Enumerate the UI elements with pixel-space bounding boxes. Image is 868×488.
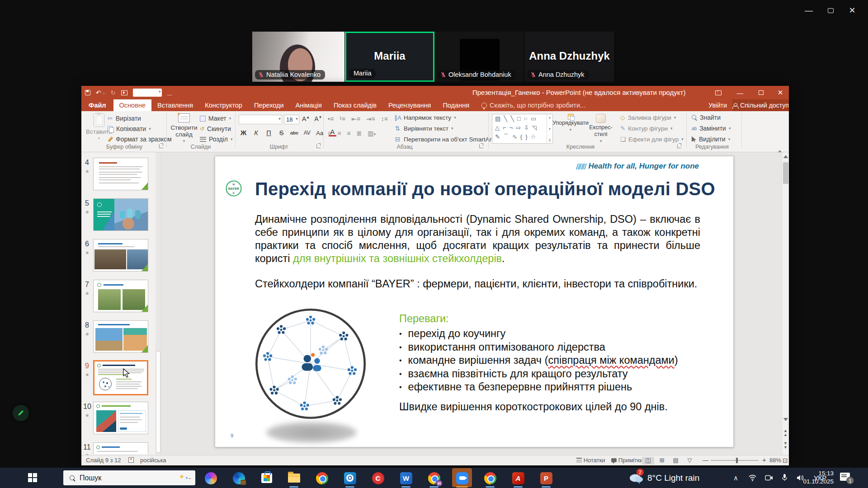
tab-review[interactable]: Рецензування (382, 99, 437, 111)
strikethrough-button[interactable]: S (278, 129, 285, 136)
copy-button[interactable]: Копіювати▾ (108, 125, 151, 132)
quick-styles-button[interactable]: Експрес-стилі ▾ (587, 114, 615, 145)
taskbar-app-word[interactable]: W (396, 469, 416, 488)
qat-combobox[interactable] (133, 89, 162, 97)
layout-button[interactable]: Макет▾ (200, 115, 231, 122)
shape-outline-button[interactable]: ✎Контур фігури▾ (620, 125, 673, 132)
shapes-gallery[interactable]: ▤╲╲□○▭ △⌐¬⇨⇩◹ ✎⌒∿{}☆ ▴▾⊻ (492, 114, 553, 144)
notes-toggle[interactable]: Нотатки (576, 457, 605, 464)
new-slide-button[interactable]: Створити слайд ▾ (170, 113, 198, 145)
clear-formatting-button[interactable]: abc (290, 130, 298, 136)
scroll-up-arrow[interactable] (783, 155, 788, 158)
find-button[interactable]: Знайти (692, 114, 721, 121)
spellcheck-indicator[interactable] (128, 457, 134, 464)
align-left-button[interactable]: ≡ (328, 130, 331, 137)
slide-paragraph-2[interactable]: Стейкхолдери компанії “BAYER” : фермери,… (255, 277, 700, 291)
line-spacing-button[interactable]: ↕≡ (381, 115, 388, 122)
taskbar-app-outlook[interactable]: O (340, 469, 360, 488)
tab-transitions[interactable]: Переходи (248, 99, 290, 111)
slideshow-view-button[interactable]: ▽ (684, 457, 696, 465)
cut-button[interactable]: ✂Вирізати (108, 115, 141, 122)
grow-font-button[interactable]: А▲ (302, 115, 310, 122)
slide-thumbnail-10[interactable] (93, 402, 148, 434)
font-size-combobox[interactable]: 18 (284, 115, 299, 124)
dso-network-diagram[interactable] (252, 305, 369, 422)
format-painter-button[interactable]: Формат за зразком (108, 136, 172, 143)
tab-file[interactable]: Файл (81, 99, 113, 111)
bullets-button[interactable]: •≡ (328, 115, 334, 122)
sign-in-button[interactable]: Увійти (708, 99, 727, 111)
taskbar-app-zoom[interactable] (452, 469, 472, 488)
tab-insert[interactable]: Вставлення (151, 99, 199, 111)
taskbar-app-copilot[interactable] (201, 469, 221, 488)
tell-me-box[interactable]: Скажіть, що потрібно зробити... (475, 99, 585, 111)
wifi-icon[interactable] (748, 474, 757, 481)
ppt-close-button[interactable]: ✕ (772, 86, 789, 99)
taskbar-app-ccleaner[interactable]: C (368, 469, 388, 488)
taskbar-app-chrome-profile[interactable]: H (424, 469, 444, 488)
ppt-restore-button[interactable] (752, 86, 769, 99)
bold-button[interactable]: Ж (240, 129, 247, 136)
align-center-button[interactable]: ≡ (337, 130, 341, 137)
slide-thumbnail-6[interactable] (93, 239, 148, 272)
italic-button[interactable]: К (252, 129, 260, 136)
annotation-pencil-button[interactable] (13, 405, 29, 421)
slide-thumbnail-7[interactable] (93, 280, 148, 312)
camera-icon[interactable] (765, 475, 773, 481)
slide-paragraph-1[interactable]: Динамічне розподілення відповідальності … (255, 213, 700, 265)
thumbnail-scrollbar-thumb[interactable] (156, 351, 160, 453)
benefits-list[interactable]: •перехід до коучингу •використання оптим… (399, 327, 678, 394)
section-button[interactable]: Розділ▾ (200, 136, 232, 143)
comments-toggle[interactable]: Примітки (611, 457, 643, 464)
replace-button[interactable]: abЗамінити▾ (692, 125, 731, 132)
current-slide-canvas[interactable]: Health for all, Hunger for none BAYER B … (215, 156, 734, 447)
shape-fill-button[interactable]: ◇Заливка фігури▾ (620, 114, 676, 121)
participant-tile-anna[interactable]: Anna Dzhuzhyk Anna Dzhuzhyk (524, 32, 615, 82)
clock[interactable]: 15:13 01.10.2025 (797, 469, 834, 486)
justify-button[interactable]: ≣ (357, 130, 362, 137)
closing-line[interactable]: Швидке вирішення короткострокових цілей … (399, 400, 668, 414)
thumbnail-panel-scrollbar[interactable] (156, 152, 161, 455)
start-button[interactable] (28, 473, 37, 482)
redo-button[interactable]: ↻ (110, 89, 116, 96)
ppt-titlebar[interactable]: ↶ ▾ ↻ ⸏ Презентація_Ганенко - PowerPoint… (81, 86, 789, 99)
slide-sorter-view-button[interactable]: ⊞ (656, 457, 668, 465)
ribbon-display-options-button[interactable] (710, 86, 727, 99)
increase-indent-button[interactable]: ⇥≡ (366, 115, 375, 122)
tab-home[interactable]: Основне (113, 99, 151, 111)
shapes-gallery-scrollbar[interactable]: ▴▾⊻ (547, 114, 552, 143)
share-button[interactable]: Спільний доступ (732, 99, 789, 111)
normal-view-button[interactable]: ◫ (642, 457, 654, 465)
collapse-ribbon-button[interactable] (778, 143, 782, 150)
zoom-level[interactable]: 88% (769, 457, 781, 464)
reset-button[interactable]: ↺Скинути (200, 125, 231, 132)
text-direction-button[interactable]: ∥AНапрямок тексту▾ (394, 114, 456, 121)
taskbar-app-edge[interactable] (229, 469, 249, 488)
outer-minimize-button[interactable]: — (801, 4, 816, 17)
slide-thumbnail-4[interactable] (93, 158, 148, 190)
reading-view-button[interactable]: ▤ (670, 457, 682, 465)
language-indicator[interactable]: російська (140, 457, 166, 464)
select-button[interactable]: Виділити▾ (692, 136, 730, 143)
scroll-down-arrow[interactable] (782, 418, 789, 421)
tray-chevron-up[interactable]: ∧ (733, 468, 738, 488)
outer-close-button[interactable]: ✕ (844, 4, 860, 17)
fit-to-window-button[interactable]: ⊡ (783, 457, 788, 464)
font-name-combobox[interactable] (239, 115, 282, 124)
align-text-button[interactable]: ⇅Вирівняти текст▾ (394, 125, 453, 132)
shrink-font-button[interactable]: А▼ (314, 115, 322, 122)
benefits-heading[interactable]: Переваги: (399, 312, 449, 326)
paragraph-dialog-launcher[interactable] (479, 144, 483, 148)
zoom-out-button[interactable]: — (703, 457, 708, 464)
taskbar-app-store[interactable] (257, 469, 277, 488)
participant-tile-nataliia[interactable]: Nataliia Kovalenko (252, 32, 345, 82)
slide-title[interactable]: Перехід компанії до нової операційної мо… (255, 179, 715, 199)
participant-tile-oleksandr[interactable]: Oleksandr Bohdaniuk (434, 32, 524, 82)
change-case-button[interactable]: Aa (316, 130, 324, 136)
numbering-button[interactable]: ¹≡ (340, 115, 345, 122)
slide-counter[interactable]: Слайд 9 з 12 (86, 457, 121, 464)
align-right-button[interactable]: ≡ (347, 130, 350, 137)
customize-qat-button[interactable]: ⸏ (167, 90, 172, 96)
microphone-icon[interactable] (782, 474, 788, 482)
scrollbar-thumb[interactable] (783, 162, 788, 184)
